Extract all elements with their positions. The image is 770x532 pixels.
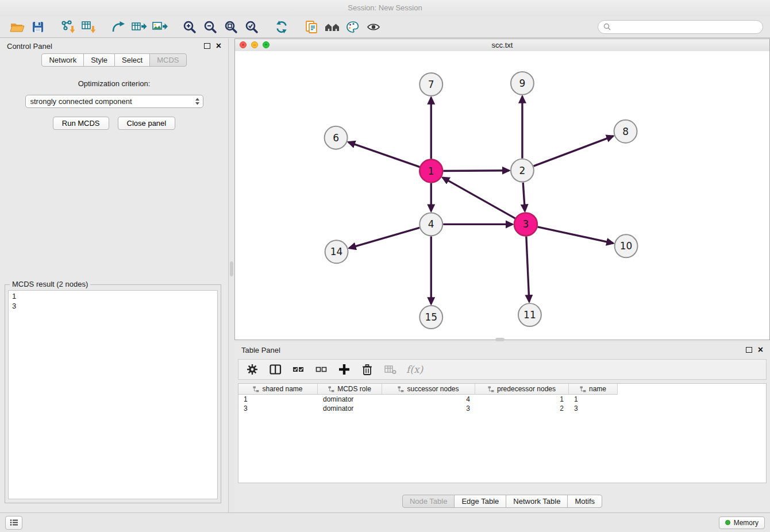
minimize-window-button[interactable]: − (251, 41, 258, 48)
close-table-panel-icon[interactable]: × (758, 345, 763, 354)
edge-1-2[interactable] (443, 171, 509, 171)
zoom-fit-button[interactable] (221, 18, 241, 36)
import-table-button[interactable] (78, 18, 99, 36)
column-hierarchy-icon (580, 386, 586, 392)
node-3[interactable]: 3 (514, 213, 537, 236)
zoom-selected-button[interactable] (241, 18, 262, 36)
style-paint-button[interactable] (342, 18, 363, 36)
table-cell[interactable]: 2 (475, 404, 569, 413)
zoom-selected-icon (245, 20, 259, 34)
network-window-title: scc.txt (492, 41, 513, 49)
node-9[interactable]: 9 (511, 72, 534, 95)
node-4[interactable]: 4 (419, 213, 442, 236)
node-11[interactable]: 11 (518, 303, 541, 326)
refresh-view-button[interactable] (271, 18, 292, 36)
table-tab-edge-table[interactable]: Edge Table (454, 495, 506, 508)
zoom-out-button[interactable] (200, 18, 221, 36)
node-1[interactable]: 1 (419, 160, 442, 183)
float-table-panel-icon[interactable] (746, 347, 752, 353)
tab-network[interactable]: Network (41, 53, 84, 67)
edge-4-14[interactable] (349, 228, 419, 248)
table-cell[interactable]: 3 (569, 404, 618, 413)
delete-table-button[interactable] (383, 363, 397, 376)
add-row-button[interactable] (337, 363, 351, 376)
annotation-button[interactable] (301, 18, 322, 36)
export-image-button[interactable] (149, 18, 170, 36)
run-mcds-button[interactable]: Run MCDS (53, 117, 109, 130)
open-file-button[interactable] (7, 18, 28, 36)
network-window-titlebar[interactable]: × − + scc.txt (235, 39, 769, 52)
export-table-button[interactable] (129, 18, 149, 36)
show-column-button[interactable] (268, 363, 282, 376)
column-header-MCDS-role[interactable]: MCDS role (318, 384, 382, 395)
column-header-predecessor-nodes[interactable]: predecessor nodes (475, 384, 569, 395)
optimization-criterion-label: Optimization criterion: (0, 79, 228, 88)
table-cell[interactable]: 3 (382, 404, 475, 413)
table-panel: Table Panel × (234, 342, 770, 511)
table-cell[interactable]: 3 (238, 404, 318, 413)
table-cell[interactable]: 1 (569, 395, 618, 403)
first-neighbors-button[interactable] (322, 18, 342, 36)
node-7[interactable]: 7 (419, 73, 442, 96)
table-cell[interactable]: 1 (475, 395, 569, 403)
table-settings-button[interactable] (245, 363, 259, 376)
table-cell[interactable]: dominator (318, 404, 382, 413)
table-cell[interactable]: 4 (382, 395, 475, 403)
table-tab-node-table[interactable]: Node Table (402, 495, 455, 508)
tab-style[interactable]: Style (83, 53, 115, 67)
zoom-in-button[interactable] (179, 18, 200, 36)
export-network-button[interactable] (108, 18, 129, 36)
node-14[interactable]: 14 (325, 240, 348, 263)
mcds-result-text[interactable]: 1 3 (8, 290, 218, 499)
edge-2-3[interactable] (523, 183, 525, 211)
delete-row-button[interactable] (360, 363, 374, 376)
save-session-button[interactable] (28, 18, 48, 36)
float-panel-icon[interactable] (204, 43, 210, 49)
table-row-1[interactable]: 1dominator411 (238, 395, 766, 404)
unselect-all-icon (315, 365, 327, 374)
table-tab-motifs[interactable]: Motifs (567, 495, 602, 508)
panel-splitter-handle[interactable] (230, 261, 233, 276)
column-header-shared-name[interactable]: shared name (238, 384, 318, 395)
select-all-icon (292, 365, 304, 374)
edge-2-8[interactable] (533, 136, 613, 166)
edge-1-6[interactable] (348, 142, 419, 167)
import-network-button[interactable] (57, 18, 78, 36)
table-tab-network-table[interactable]: Network Table (506, 495, 568, 508)
node-2[interactable]: 2 (511, 159, 534, 182)
edge-3-11[interactable] (526, 236, 529, 302)
node-8[interactable]: 8 (614, 120, 637, 143)
task-history-button[interactable] (5, 516, 22, 530)
close-window-button[interactable]: × (240, 41, 247, 48)
tab-mcds[interactable]: MCDS (149, 53, 186, 67)
search-box[interactable] (598, 20, 763, 34)
zoom-in-icon (183, 20, 197, 34)
dropdown-selected-value: strongly connected component (30, 97, 132, 106)
tab-select[interactable]: Select (114, 53, 150, 67)
column-header-successor-nodes[interactable]: successor nodes (382, 384, 475, 395)
table-cell[interactable]: dominator (318, 395, 382, 403)
search-input[interactable] (614, 22, 757, 32)
select-all-button[interactable] (291, 363, 305, 376)
memory-button[interactable]: Memory (719, 516, 765, 529)
column-header-name[interactable]: name (569, 384, 618, 395)
edge-3-10[interactable] (537, 227, 613, 244)
close-panel-icon[interactable]: × (216, 41, 221, 51)
function-builder-button[interactable]: f(x) (406, 363, 423, 376)
network-canvas[interactable]: 7968124314101511 (235, 51, 769, 340)
table-cell[interactable]: 1 (238, 395, 318, 403)
show-hide-button[interactable] (363, 18, 384, 36)
node-table: shared nameMCDS rolesuccessor nodesprede… (238, 383, 767, 483)
zoom-fit-icon (224, 20, 238, 34)
node-10[interactable]: 10 (615, 234, 638, 257)
table-row-2[interactable]: 3dominator323 (238, 404, 766, 413)
node-6[interactable]: 6 (325, 126, 348, 149)
window-splitter-handle[interactable] (495, 338, 505, 341)
main-toolbar (0, 16, 770, 38)
edge-3-1[interactable] (442, 178, 515, 218)
optimization-criterion-dropdown[interactable]: strongly connected component (25, 95, 203, 108)
unselect-all-button[interactable] (314, 363, 328, 376)
close-panel-button[interactable]: Close panel (118, 117, 176, 130)
zoom-window-button[interactable]: + (263, 41, 270, 48)
node-15[interactable]: 15 (419, 306, 442, 329)
